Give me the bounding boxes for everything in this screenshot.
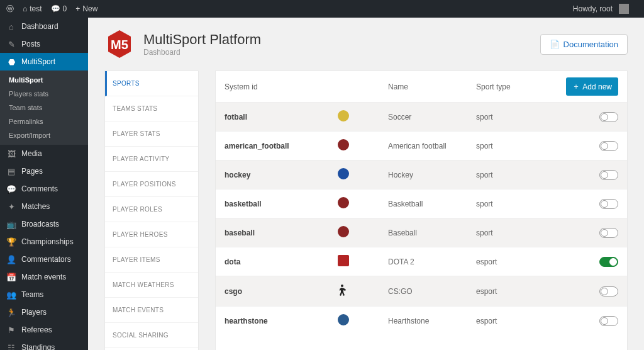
menu-icon: 📅 [6, 272, 16, 282]
tab-player-activity[interactable]: PLAYER ACTIVITY [105, 147, 198, 172]
menu-icon: 💬 [6, 184, 16, 194]
row-id: hockey [225, 171, 338, 179]
table-row: hockey Hockey sport [216, 160, 627, 189]
tab-player-items[interactable]: PLAYER ITEMS [105, 247, 198, 273]
sidebar-item-matches[interactable]: ✦Matches [0, 198, 88, 215]
menu-icon: ⚑ [6, 325, 16, 335]
enable-toggle[interactable] [599, 141, 618, 151]
sport-icon [338, 168, 349, 179]
enable-toggle[interactable] [599, 316, 618, 326]
tab-player-stats[interactable]: PLAYER STATS [105, 121, 198, 147]
table-row: dota DOTA 2 esport [216, 247, 627, 276]
avatar [619, 4, 629, 14]
row-type: sport [476, 200, 599, 208]
tab-match-events[interactable]: MATCH EVENTS [105, 298, 198, 323]
sidebar-sub-export-import[interactable]: Export/Import [0, 128, 88, 142]
row-name: Baseball [388, 229, 476, 237]
tab-teams-stats[interactable]: TEAMS STATS [105, 96, 198, 121]
content-area: M5 MultiSport Platform Dashboard 📄 Docum… [88, 18, 644, 350]
sport-icon [338, 197, 349, 208]
menu-icon: ☷ [6, 342, 16, 350]
documentation-button[interactable]: 📄 Documentation [540, 34, 628, 55]
row-type: esport [476, 317, 599, 325]
table-row: fotball Soccer sport [216, 102, 627, 131]
menu-icon: 👥 [6, 290, 16, 300]
enable-toggle[interactable] [599, 228, 618, 238]
row-type: sport [476, 171, 599, 179]
row-type: sport [476, 113, 599, 121]
sidebar-sub-players-stats[interactable]: Players stats [0, 87, 88, 101]
wp-logo[interactable]: ⓦ [6, 4, 14, 14]
row-id: dota [225, 257, 338, 266]
sport-icon [338, 284, 348, 296]
tab-player-positions[interactable]: PLAYER POSITIONS [105, 172, 198, 197]
row-name: DOTA 2 [388, 257, 476, 266]
table-row: csgo CS:GO esport [216, 276, 627, 306]
col-name: Name [388, 82, 476, 91]
add-new-button[interactable]: ＋ Add new [566, 77, 618, 96]
sidebar-sub-permalinks[interactable]: Permalinks [0, 115, 88, 128]
admin-sidebar: ⌂Dashboard✎Posts⬣MultiSportMultiSportPla… [0, 18, 88, 350]
tab-player-heroes[interactable]: PLAYER HEROES [105, 222, 198, 247]
svg-text:M5: M5 [111, 38, 128, 52]
sidebar-item-teams[interactable]: 👥Teams [0, 286, 88, 303]
sidebar-sub-team-stats[interactable]: Team stats [0, 101, 88, 115]
table-header: System id Name Sport type ＋ Add new [216, 71, 627, 102]
row-name: Hockey [388, 171, 476, 179]
page-header: M5 MultiSport Platform Dashboard 📄 Docum… [104, 29, 628, 59]
site-link[interactable]: ⌂test [23, 4, 42, 13]
enable-toggle[interactable] [599, 170, 618, 180]
row-name: American football [388, 142, 476, 150]
sport-icon [338, 226, 349, 237]
new-link[interactable]: +New [75, 4, 97, 13]
menu-icon: ⌂ [6, 21, 16, 31]
sidebar-item-referees[interactable]: ⚑Referees [0, 321, 88, 339]
row-id: baseball [225, 229, 338, 237]
menu-icon: 🏆 [6, 237, 16, 247]
sport-icon [338, 255, 349, 266]
enable-toggle[interactable] [599, 199, 618, 209]
sidebar-item-comments[interactable]: 💬Comments [0, 180, 88, 198]
sidebar-item-dashboard[interactable]: ⌂Dashboard [0, 18, 88, 35]
row-type: sport [476, 142, 599, 150]
sport-icon [338, 110, 349, 121]
sidebar-item-standings[interactable]: ☷Standings [0, 339, 88, 350]
comments-link[interactable]: 💬0 [51, 4, 67, 13]
sidebar-item-media[interactable]: 🖾Media [0, 145, 88, 162]
enable-toggle[interactable] [599, 286, 618, 296]
sidebar-item-broadcasts[interactable]: 📺Broadcasts [0, 215, 88, 233]
row-id: basketball [225, 200, 338, 208]
sport-icon [338, 139, 349, 150]
sidebar-item-match-events[interactable]: 📅Match events [0, 268, 88, 286]
sidebar-item-players[interactable]: 🏃Players [0, 303, 88, 321]
col-system-id: System id [225, 82, 388, 91]
tab-match-weathers[interactable]: MATCH WEATHERS [105, 273, 198, 298]
row-type: esport [476, 287, 599, 296]
enable-toggle[interactable] [599, 257, 618, 267]
tab-player-roles[interactable]: PLAYER ROLES [105, 197, 198, 222]
row-id: csgo [225, 287, 338, 296]
sidebar-item-championships[interactable]: 🏆Championships [0, 233, 88, 251]
plugin-logo: M5 [104, 29, 135, 59]
table-row: baseball Baseball sport [216, 218, 627, 247]
menu-icon: ▤ [6, 166, 16, 176]
enable-toggle[interactable] [599, 112, 618, 122]
howdy[interactable]: Howdy, root [573, 4, 629, 14]
sidebar-sub-multisport[interactable]: MultiSport [0, 73, 88, 87]
page-subtitle: Dashboard [143, 48, 261, 57]
sidebar-item-multisport[interactable]: ⬣MultiSport [0, 53, 88, 71]
menu-icon: ⬣ [6, 57, 16, 67]
col-type: Sport type [476, 82, 566, 91]
menu-icon: 👤 [6, 254, 16, 264]
sports-table: System id Name Sport type ＋ Add new fotb… [215, 71, 628, 350]
row-id: hearthstone [225, 317, 338, 325]
sport-icon [338, 314, 349, 325]
tab-social-sharing[interactable]: SOCIAL SHARING [105, 323, 198, 348]
sidebar-item-pages[interactable]: ▤Pages [0, 162, 88, 180]
row-id: fotball [225, 113, 338, 121]
sidebar-item-commentators[interactable]: 👤Commentators [0, 251, 88, 268]
tab-sports[interactable]: SPORTS [105, 71, 198, 96]
plus-icon: ＋ [572, 81, 580, 92]
sidebar-item-posts[interactable]: ✎Posts [0, 35, 88, 53]
admin-topbar: ⓦ ⌂test 💬0 +New Howdy, root [0, 0, 644, 18]
